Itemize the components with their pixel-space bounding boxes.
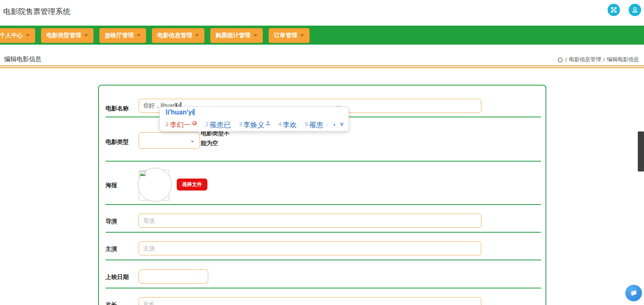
ime-paging-controls: ‹ › ˅ bbox=[326, 121, 344, 128]
ime-composition-text: li'huan'yi bbox=[166, 109, 194, 116]
duration-label: 片长 bbox=[106, 301, 117, 305]
breadcrumb: / 电影信息管理 / 编辑电影信息 bbox=[557, 56, 639, 63]
nav-item-movie-info-mgmt[interactable]: 电影信息管理 bbox=[152, 28, 204, 43]
director-label: 导演 bbox=[106, 218, 117, 225]
breadcrumb-separator: / bbox=[603, 57, 605, 63]
director-input[interactable] bbox=[139, 214, 481, 228]
emoji-badge-icon bbox=[192, 119, 197, 128]
nav-item-order-mgmt[interactable]: 订单管理 bbox=[269, 28, 310, 43]
chevron-down-icon bbox=[137, 34, 141, 36]
nav-item-label: 放映厅管理 bbox=[105, 32, 134, 39]
candidate-text: 李幻一 bbox=[170, 120, 191, 130]
person-badge-icon bbox=[266, 119, 270, 128]
broken-image-icon bbox=[140, 171, 147, 179]
main-navbar: 个人中心 电影类型管理 放映厅管理 电影信息管理 购票统计管理 订单管理 bbox=[0, 26, 644, 45]
keyboard-icon bbox=[631, 290, 637, 296]
user-icon bbox=[631, 6, 639, 14]
candidate-text: 罹患已 bbox=[209, 120, 231, 130]
ime-candidate-window: li'huan'yi 1 李幻一 2 罹患已 3 李焕义 bbox=[159, 107, 349, 131]
poster-preview bbox=[139, 170, 169, 200]
poster-label: 海报 bbox=[106, 182, 117, 189]
release-date-input[interactable] bbox=[139, 269, 208, 284]
movie-type-select[interactable] bbox=[139, 132, 200, 149]
candidate-number: 3 bbox=[239, 121, 242, 127]
page-title: 编辑电影信息 bbox=[4, 55, 41, 63]
orange-divider bbox=[0, 65, 644, 68]
home-icon[interactable] bbox=[557, 57, 563, 63]
nav-item-label: 电影类型管理 bbox=[46, 32, 81, 39]
ime-candidate-1[interactable]: 1 李幻一 bbox=[166, 120, 197, 130]
starring-label: 主演 bbox=[106, 245, 117, 253]
breadcrumb-separator: / bbox=[565, 57, 567, 63]
movie-type-label: 电影类型 bbox=[106, 138, 129, 146]
ime-expand-icon[interactable]: ˅ bbox=[340, 121, 344, 128]
candidate-number: 5 bbox=[305, 121, 308, 127]
candidate-number: 2 bbox=[205, 121, 208, 127]
breadcrumb-item-edit-movie: 编辑电影信息 bbox=[607, 56, 639, 63]
nav-item-label: 电影信息管理 bbox=[157, 32, 192, 39]
nav-item-label: 订单管理 bbox=[274, 32, 297, 39]
nav-item-personal-center[interactable]: 个人中心 bbox=[0, 28, 35, 43]
row-divider bbox=[106, 260, 541, 260]
ime-candidate-2[interactable]: 2 罹患已 bbox=[205, 120, 231, 130]
fullscreen-arrows-icon bbox=[610, 7, 617, 13]
nav-item-screening-hall-mgmt[interactable]: 放映厅管理 bbox=[99, 28, 146, 43]
chevron-down-icon bbox=[195, 34, 199, 36]
nav-item-label: 购票统计管理 bbox=[216, 32, 250, 39]
ime-candidate-5[interactable]: 5 罹患 bbox=[305, 120, 323, 130]
fullscreen-button[interactable] bbox=[608, 4, 620, 16]
candidate-number: 1 bbox=[166, 121, 168, 127]
chevron-down-icon bbox=[26, 34, 30, 36]
chevron-down-icon bbox=[84, 34, 88, 36]
candidate-text: 罹患 bbox=[309, 120, 323, 130]
vertical-scrollbar-thumb[interactable] bbox=[638, 131, 644, 172]
movie-name-label: 电影名称 bbox=[106, 105, 129, 112]
user-menu-button[interactable] bbox=[629, 4, 641, 16]
row-divider bbox=[106, 161, 541, 162]
ime-next-page-icon[interactable]: › bbox=[333, 121, 335, 128]
ime-caret bbox=[194, 109, 195, 115]
ime-composition: li'huan'yi bbox=[166, 109, 195, 116]
ime-prev-page-icon[interactable]: ‹ bbox=[326, 121, 328, 128]
choose-file-button[interactable]: 选择文件 bbox=[177, 179, 207, 191]
chevron-down-icon bbox=[253, 34, 257, 36]
release-date-label: 上映日期 bbox=[106, 274, 129, 281]
candidate-number: 4 bbox=[279, 121, 281, 127]
nav-item-ticket-stats-mgmt[interactable]: 购票统计管理 bbox=[210, 28, 263, 43]
row-divider bbox=[106, 232, 541, 233]
screen: 电影院售票管理系统 个人 bbox=[0, 0, 644, 305]
app-title: 电影院售票管理系统 bbox=[3, 7, 70, 17]
ime-candidate-4[interactable]: 4 李欢 bbox=[279, 120, 297, 130]
nav-item-movie-type-mgmt[interactable]: 电影类型管理 bbox=[41, 28, 94, 43]
ime-candidate-3[interactable]: 3 李焕义 bbox=[239, 120, 270, 130]
duration-input[interactable] bbox=[139, 297, 481, 305]
breadcrumb-item-movie-info-mgmt[interactable]: 电影信息管理 bbox=[569, 56, 601, 63]
row-divider bbox=[106, 288, 541, 288]
chevron-down-icon bbox=[300, 34, 304, 36]
top-header: 电影院售票管理系统 bbox=[0, 0, 644, 26]
ime-candidate-list: 1 李幻一 2 罹患已 3 李焕义 bbox=[166, 120, 323, 130]
candidate-text: 李焕义 bbox=[243, 120, 264, 130]
nav-item-label: 个人中心 bbox=[0, 32, 23, 39]
candidate-text: 李欢 bbox=[283, 120, 297, 130]
starring-input[interactable] bbox=[139, 241, 481, 255]
ime-status-float-button[interactable] bbox=[625, 285, 642, 301]
row-divider bbox=[106, 204, 541, 205]
